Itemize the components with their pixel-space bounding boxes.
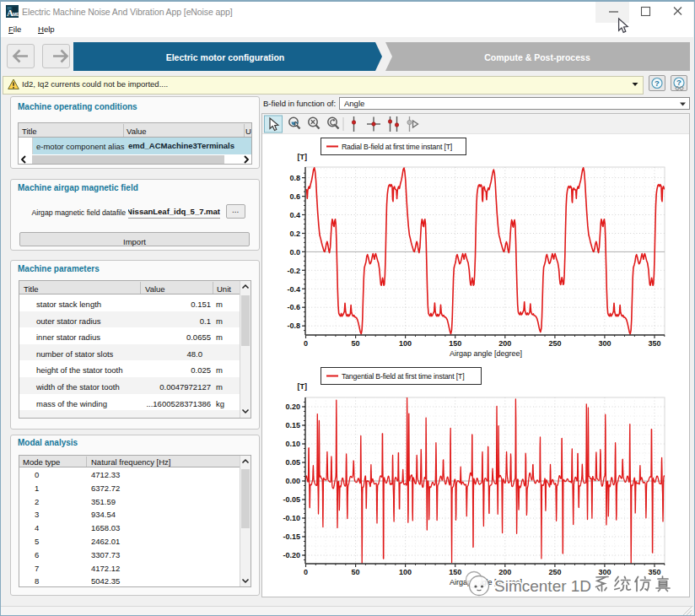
svg-text:0.8: 0.8	[289, 174, 300, 182]
svg-text:100: 100	[399, 568, 412, 576]
svg-text:[T]: [T]	[298, 153, 308, 161]
svg-text:150: 150	[449, 339, 461, 348]
svg-text:300: 300	[598, 339, 611, 348]
svg-text:0.10: 0.10	[285, 440, 300, 448]
svg-text:Simcenter 1D: Simcenter 1D	[494, 577, 591, 595]
svg-text:-0.6: -0.6	[287, 303, 300, 311]
svg-text:200: 200	[498, 339, 511, 348]
svg-text:50: 50	[352, 339, 360, 348]
svg-text:-0.05: -0.05	[283, 495, 300, 504]
svg-text:-0.10: -0.10	[283, 514, 300, 522]
svg-text:100: 100	[399, 339, 412, 348]
svg-text:150: 150	[449, 568, 461, 576]
svg-text:Radial B-field at first time i: Radial B-field at first time instant [T]	[342, 143, 452, 151]
svg-text:250: 250	[548, 339, 561, 348]
svg-text:-0.20: -0.20	[283, 551, 300, 559]
svg-text:0.00: 0.00	[285, 477, 300, 485]
svg-text:-0.8: -0.8	[287, 322, 300, 330]
svg-text:Tangential B-field at first ti: Tangential B-field at first time instant…	[342, 372, 465, 381]
svg-text:0: 0	[304, 568, 308, 576]
svg-text:350: 350	[648, 339, 660, 348]
svg-text:[T]: [T]	[298, 382, 308, 391]
svg-text:-0.4: -0.4	[287, 285, 300, 294]
svg-text:Airgap angle [degree]: Airgap angle [degree]	[450, 349, 522, 358]
svg-text:0.15: 0.15	[285, 421, 300, 430]
svg-text:0.6: 0.6	[289, 192, 300, 201]
svg-text:0.4: 0.4	[289, 211, 300, 219]
svg-text:0.05: 0.05	[285, 458, 300, 467]
svg-text:0.2: 0.2	[289, 230, 300, 238]
svg-text:50: 50	[352, 568, 360, 576]
svg-text:-0.15: -0.15	[283, 532, 300, 541]
svg-text:-0.2: -0.2	[287, 267, 300, 275]
svg-text:0.20: 0.20	[285, 403, 300, 411]
svg-text:0: 0	[304, 339, 308, 348]
svg-text:0.0: 0.0	[289, 248, 300, 257]
